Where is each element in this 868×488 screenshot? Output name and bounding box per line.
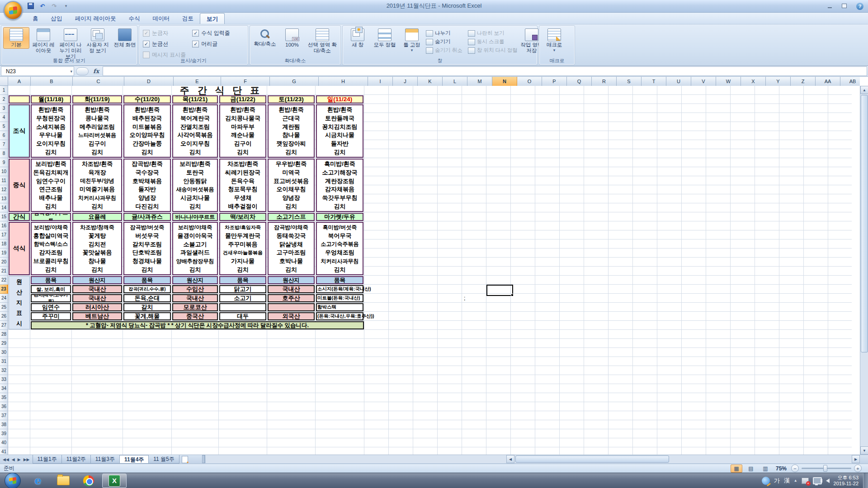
scroll-right-icon[interactable]: ▶ — [852, 455, 860, 463]
scroll-down-icon[interactable]: ▼ — [860, 446, 868, 455]
origin-header-cell[interactable]: 원산지 — [268, 276, 315, 284]
start-button[interactable] — [1, 474, 24, 488]
meal-cell-lunch[interactable]: 보리밥/흰죽돈육김치찌개임연수구이연근조림배추나물김치 — [31, 159, 71, 212]
zoom-out-button[interactable]: − — [791, 465, 799, 472]
ribbon-button-전체 화면[interactable]: 전체 화면 — [112, 27, 138, 49]
ribbon-button-모두 정렬[interactable]: 모두 정렬 — [372, 27, 398, 49]
origin-header-cell[interactable]: 원산지 — [172, 276, 218, 284]
origin-cell[interactable]: 갈치 — [123, 303, 171, 311]
row-header-1[interactable]: 1 — [0, 86, 8, 95]
redo-button[interactable]: ↷ — [50, 2, 59, 10]
column-header-R[interactable]: R — [592, 77, 617, 86]
page-layout-view-button[interactable]: ▤ — [745, 465, 757, 473]
meal-cell-breakfast[interactable]: 흰밥/흰죽김치콩나물국마파두부깨순나물김구이김치 — [219, 104, 266, 158]
save-button[interactable] — [26, 2, 35, 10]
meal-cell-breakfast[interactable]: 흰밥/흰죽콩나물국메추리알조림느타리버섯볶음김구이김치 — [72, 104, 122, 158]
show-desktop-button[interactable] — [863, 473, 868, 488]
column-header-F[interactable]: F — [221, 77, 270, 86]
ribbon-tab-삽입[interactable]: 삽입 — [45, 13, 69, 24]
row-header-39[interactable]: 39 — [0, 429, 8, 438]
row-header-31[interactable]: 31 — [0, 357, 8, 366]
origin-cell[interactable]: 돈육,순대 — [123, 294, 171, 302]
zoom-slider-handle[interactable] — [823, 465, 827, 472]
origin-cell[interactable]: 국내산 — [72, 294, 122, 302]
ribbon-button-매크로[interactable]: 매크로▾ — [541, 27, 567, 53]
origin-cell[interactable]: 외국산 — [268, 312, 315, 320]
row-header-11[interactable]: 11 — [0, 176, 8, 185]
row-header-19[interactable]: 19 — [0, 249, 8, 258]
snack-cell[interactable]: 소고기스프 — [268, 213, 315, 221]
origin-header-cell[interactable]: 품목 — [316, 276, 363, 284]
ribbon-button-페이지 레이아웃[interactable]: 페이지 레이아웃 — [30, 27, 57, 55]
column-header-I[interactable]: I — [368, 77, 393, 86]
row-header-16[interactable]: 16 — [0, 221, 8, 230]
select-all-button[interactable] — [0, 77, 8, 86]
column-header-E[interactable]: E — [174, 77, 221, 86]
origin-cell[interactable]: 닭고기 — [219, 285, 266, 293]
row-header-21[interactable]: 21 — [0, 267, 8, 276]
origin-cell[interactable]: (돈육:국내산,우육:호주산)) — [316, 312, 363, 320]
meal-cell-lunch[interactable]: 흑미밥/흰죽소고기해장국계란장조림감자채볶음쑥갓두부무침김치 — [316, 159, 363, 212]
name-box[interactable]: N23▾ — [1, 66, 74, 76]
checkbox-눈금선[interactable]: ✓눈금선 — [143, 40, 186, 48]
scroll-up-icon[interactable]: ▲ — [860, 86, 868, 94]
origin-cell[interactable]: 국내산 — [268, 285, 315, 293]
help-button[interactable]: ? — [856, 3, 863, 10]
row-header-41[interactable]: 41 — [0, 447, 8, 455]
column-header-J[interactable]: J — [393, 77, 418, 86]
last-sheet-icon[interactable]: ▶▶ — [23, 457, 31, 462]
column-header-W[interactable]: W — [716, 77, 741, 86]
meal-cell-dinner[interactable]: 차조밥/흑임자죽물만두계란국주꾸미볶음건새우마늘쫑볶음가지나물김치 — [219, 222, 266, 275]
row-header-2[interactable]: 2 — [0, 95, 8, 104]
meal-cell-lunch[interactable]: 차조밥/흰죽씨레기된장국돈육수육청포묵무침무생채배추겉절이 — [219, 159, 266, 212]
meal-cell-breakfast[interactable]: 흰밥/흰죽무청된장국소세지볶음무우나물오이지무침김치 — [31, 104, 71, 158]
taskbar-excel[interactable]: X — [102, 474, 127, 488]
ribbon-tab-검토[interactable]: 검토 — [176, 13, 200, 24]
row-header-12[interactable]: 12 — [0, 185, 8, 194]
origin-cell[interactable]: 모로코산 — [172, 303, 218, 311]
column-header-Y[interactable]: Y — [766, 77, 791, 86]
row-header-15[interactable]: 15 — [0, 212, 8, 221]
breakfast-label[interactable]: 조식 — [9, 104, 30, 158]
ribbon-tab-홈[interactable]: 홈 — [26, 13, 45, 24]
row-header-27[interactable]: 27 — [0, 321, 8, 330]
day-header-목(11/21)[interactable]: 목(11/21) — [172, 95, 218, 103]
day-header-수(11/20)[interactable]: 수(11/20) — [123, 95, 171, 103]
ribbon-button-100%[interactable]: 100% — [279, 27, 305, 49]
day-header-토(11/23)[interactable]: 토(11/23) — [268, 95, 315, 103]
dinner-label[interactable]: 석식 — [9, 222, 30, 275]
taskbar-file-explorer[interactable] — [52, 474, 75, 488]
column-header-T[interactable]: T — [642, 77, 666, 86]
row-header-8[interactable]: 8 — [0, 149, 8, 158]
column-header-C[interactable]: C — [73, 77, 124, 86]
next-sheet-icon[interactable]: ▶ — [17, 457, 22, 462]
meal-cell-lunch[interactable]: 차조밥/흰죽육개장데친두부/양념미역줄기볶음치커리사과무침김치 — [72, 159, 122, 212]
row-header-4[interactable]: 4 — [0, 113, 8, 122]
row-header-7[interactable]: 7 — [0, 140, 8, 149]
row-header-32[interactable]: 32 — [0, 366, 8, 375]
row-header-35[interactable]: 35 — [0, 393, 8, 402]
insert-function-button[interactable]: fx — [93, 68, 99, 75]
column-header-H[interactable]: H — [319, 77, 368, 86]
column-header-A[interactable]: A — [8, 77, 31, 86]
origin-cell[interactable]: 수입산 — [172, 285, 218, 293]
ime-hangul-indicator[interactable]: 가 — [774, 477, 780, 485]
undo-button[interactable]: ↶ — [38, 2, 47, 10]
row-header-24[interactable]: 24 — [0, 294, 8, 303]
first-sheet-icon[interactable]: ◀◀ — [2, 457, 10, 462]
origin-cell[interactable]: 잡곡(귀리,수수,콩) — [123, 285, 171, 293]
snack-cell[interactable]: 귤/사과쥬스 — [123, 213, 171, 221]
ribbon-button-숨기기 취소[interactable]: 숨기기 취소 — [426, 47, 462, 54]
sheet-tab-11 월5주[interactable]: 11 월5주 — [148, 455, 179, 464]
meal-cell-dinner[interactable]: 흑미밥/버섯죽북어무국소고기숙주볶음우엉채조림치커리사과무침김치 — [316, 222, 363, 275]
checkbox-수식 입력줄[interactable]: ✓수식 입력줄 — [192, 29, 230, 37]
office-button[interactable] — [4, 1, 23, 20]
ribbon-button-사용자 지정 보기[interactable]: 사용자 지정 보기 — [85, 27, 111, 55]
ribbon-tab-페이지 레이아웃[interactable]: 페이지 레이아웃 — [69, 13, 123, 24]
snack-cell[interactable]: 쨈식빵/야쿠르트 — [31, 213, 71, 221]
scroll-left-icon[interactable]: ◀ — [506, 455, 514, 463]
normal-view-button[interactable]: ▦ — [731, 465, 742, 473]
column-header-O[interactable]: O — [517, 77, 542, 86]
origin-header-cell[interactable]: 품목 — [219, 276, 266, 284]
ribbon-button-확대/축소[interactable]: 확대/축소 — [252, 27, 278, 48]
